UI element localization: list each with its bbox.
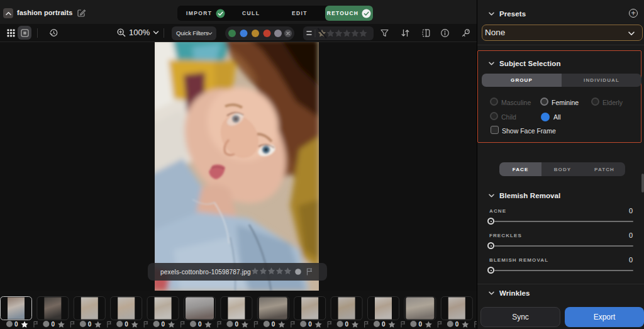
svg-text:0: 0 xyxy=(382,321,386,328)
svg-text:0: 0 xyxy=(308,321,312,328)
svg-text:0: 0 xyxy=(455,321,459,328)
svg-text:0: 0 xyxy=(418,321,422,328)
svg-text:0: 0 xyxy=(162,321,165,328)
svg-text:0: 0 xyxy=(272,321,275,328)
svg-text:0: 0 xyxy=(345,321,349,328)
svg-text:0: 0 xyxy=(125,321,128,328)
svg-text:0: 0 xyxy=(198,321,202,328)
svg-text:0: 0 xyxy=(14,321,18,328)
svg-text:0: 0 xyxy=(235,321,238,328)
svg-text:0: 0 xyxy=(88,321,92,328)
svg-text:0: 0 xyxy=(51,321,55,328)
